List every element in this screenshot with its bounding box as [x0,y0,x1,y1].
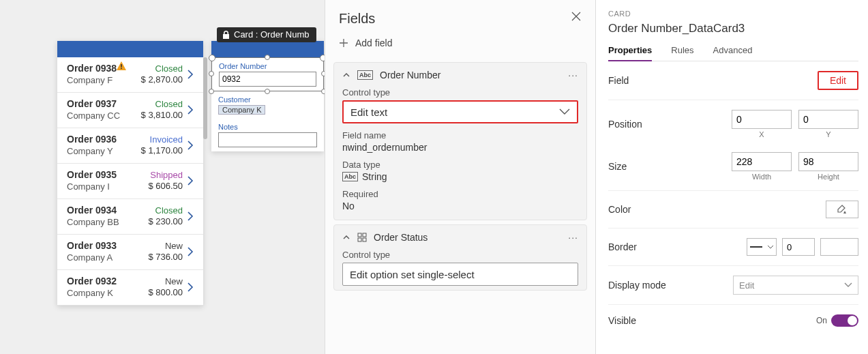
collapse-icon[interactable] [342,71,350,79]
lock-icon [222,31,230,39]
field-name-value: nwind_ordernumber [342,142,578,153]
fields-panel-title: Fields [339,11,375,27]
chevron-right-icon [184,246,196,257]
add-field-button[interactable]: Add field [325,32,595,58]
customer-card[interactable]: Customer Company K [211,91,324,119]
notes-card[interactable]: Notes [211,119,324,151]
order-title: Order 0932 [67,276,117,286]
chevron-right-icon [184,175,196,186]
tab-rules[interactable]: Rules [671,45,693,61]
position-y-input[interactable] [798,110,858,129]
list-item[interactable]: Order 0938Company FClosed$ 2,870.00 [57,57,203,93]
list-item[interactable]: Order 0937Company CCClosed$ 3,810.00 [57,93,203,128]
height-input[interactable] [798,152,858,171]
order-price: $ 1,170.00 [141,145,183,156]
border-color-swatch[interactable] [820,238,858,256]
list-item[interactable]: Order 0935Company IShipped$ 606.50 [57,164,203,199]
order-price: $ 736.00 [148,252,183,262]
tooltip-text: Card : Order Numb [234,29,310,40]
visible-on-label: On [816,316,827,325]
svg-rect-4 [358,238,361,241]
notes-input[interactable] [218,132,317,147]
order-number-card[interactable]: Order Number [211,57,324,91]
abc-icon: Abc [342,172,358,181]
close-icon[interactable] [571,11,582,27]
breadcrumb: CARD [608,10,858,18]
control-type-label: Control type [342,87,578,98]
props-tabs: Properties Rules Advanced [608,45,858,61]
order-title: Order 0938 [67,63,117,74]
position-x-input[interactable] [732,110,792,129]
status-badge: Closed [132,63,183,74]
order-title: Order 0934 [67,205,117,216]
control-type-value: Edit option set single-select [350,269,475,280]
data-type-value: String [362,171,387,182]
svg-rect-0 [121,64,122,68]
list-item[interactable]: Order 0932Company KNew$ 800.00 [57,270,203,305]
display-mode-dropdown[interactable]: Edit [733,276,858,295]
tab-properties[interactable]: Properties [608,45,652,61]
card-tooltip: Card : Order Numb [217,27,316,42]
company-name: Company BB [67,217,132,227]
border-label: Border [608,241,637,252]
status-badge: New [132,241,183,251]
status-badge: Closed [132,99,183,109]
chevron-down-icon [559,108,570,115]
order-title: Order 0937 [67,98,117,109]
status-badge: Closed [132,205,183,216]
tab-advanced[interactable]: Advanced [713,45,753,61]
customer-value: Company K [218,105,265,115]
control-type-dropdown[interactable]: Edit text [342,100,578,123]
width-label: Width [752,173,771,181]
order-number-input[interactable] [219,72,316,87]
order-price: $ 230.00 [148,216,183,226]
card-name: Order Number_DataCard3 [608,22,858,35]
properties-panel: CARD Order Number_DataCard3 Properties R… [596,0,868,354]
color-picker-button[interactable] [826,201,858,218]
field-card-order-number: Abc Order Number ··· Control type Edit t… [333,62,587,220]
chevron-right-icon [184,282,196,293]
field-card-menu-icon[interactable]: ··· [568,232,578,243]
control-type-dropdown[interactable]: Edit option set single-select [342,263,578,286]
status-badge: Shipped [132,170,183,180]
list-header-bar [57,41,203,57]
status-badge: Invoiced [132,134,183,145]
visible-toggle[interactable] [831,314,858,327]
field-card-order-status: Order Status ··· Control type Edit optio… [333,224,587,291]
visible-label: Visible [608,315,636,326]
list-item[interactable]: Order 0934Company BBClosed$ 230.00 [57,199,203,235]
field-card-title: Order Status [374,232,428,243]
display-mode-label: Display mode [608,280,666,291]
chevron-right-icon [184,140,196,151]
order-title: Order 0933 [67,240,117,251]
required-value: No [342,201,578,211]
field-card-menu-icon[interactable]: ··· [568,70,578,80]
company-name: Company K [67,288,132,298]
list-scrollbar[interactable] [203,57,207,139]
company-name: Company Y [67,146,132,156]
list-item[interactable]: Order 0933Company ANew$ 736.00 [57,235,203,270]
field-prop-label: Field [608,75,629,86]
border-style-dropdown[interactable] [747,238,777,256]
y-label: Y [826,130,830,138]
company-name: Company A [67,252,132,263]
width-input[interactable] [732,152,792,171]
svg-rect-3 [363,233,366,237]
svg-rect-1 [121,68,122,70]
company-name: Company CC [67,110,132,121]
edit-field-button[interactable]: Edit [818,71,858,90]
border-width-input[interactable] [782,238,815,256]
chevron-right-icon [184,69,196,80]
company-name: Company F [67,75,132,85]
control-type-value: Edit text [350,106,387,118]
abc-icon: Abc [357,70,373,80]
color-label: Color [608,204,631,215]
order-title: Order 0935 [67,169,117,180]
chevron-right-icon [184,104,196,115]
chevron-right-icon [184,211,196,222]
order-price: $ 606.50 [148,181,183,191]
order-price: $ 2,870.00 [141,74,183,85]
list-item[interactable]: Order 0936Company YInvoiced$ 1,170.00 [57,128,203,164]
order-title: Order 0936 [67,134,117,145]
collapse-icon[interactable] [342,233,350,241]
